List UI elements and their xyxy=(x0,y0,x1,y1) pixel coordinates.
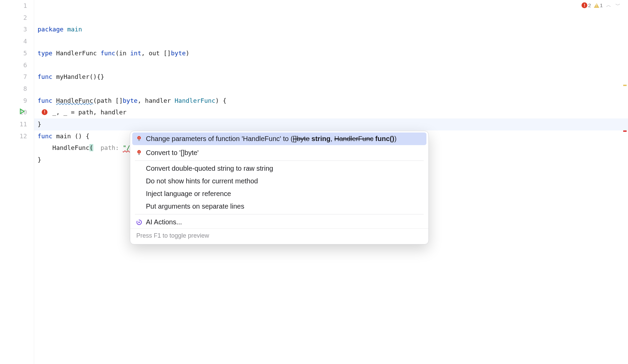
intention-item-change-params[interactable]: ! Change parameters of function 'HandleF… xyxy=(132,132,426,145)
builtin-type: byte xyxy=(123,97,137,104)
svg-text:!: ! xyxy=(139,136,140,140)
line-number: 4 xyxy=(0,36,27,47)
popup-separator xyxy=(135,214,424,214)
error-bulb-icon: ! xyxy=(136,136,142,142)
svg-rect-2 xyxy=(138,140,140,141)
code-text: (in xyxy=(115,50,130,57)
run-gutter-icon[interactable] xyxy=(19,107,25,118)
code-text: } xyxy=(38,156,41,163)
code-text: ) xyxy=(186,50,190,57)
intention-item-ai-actions[interactable]: AI Actions... xyxy=(130,216,428,228)
func-call: HandleFunc xyxy=(52,144,89,151)
svg-point-7 xyxy=(138,221,140,223)
line-number: 9 xyxy=(0,95,27,107)
line-number: 2 xyxy=(0,12,27,24)
line-number: 5 xyxy=(0,47,27,59)
code-text: (){} xyxy=(90,73,104,80)
error-bulb-icon: ! xyxy=(136,150,142,156)
error-stripe[interactable] xyxy=(624,0,627,364)
next-highlight-icon[interactable]: ﹀ xyxy=(615,2,621,9)
line-number: 11 xyxy=(0,118,27,130)
keyword: func xyxy=(38,132,52,140)
warning-count[interactable]: 1 xyxy=(594,2,603,8)
intention-item-convert-byte[interactable]: ! Convert to '[]byte' xyxy=(130,146,428,159)
line-number: 3 xyxy=(0,24,27,36)
code-text: _, _ = path, handler xyxy=(38,109,126,116)
keyword: func xyxy=(100,50,115,57)
func-name: main xyxy=(56,132,71,140)
keyword: func xyxy=(38,73,52,80)
type-ref: HandlerFunc xyxy=(175,97,215,104)
keyword: package xyxy=(38,26,64,33)
error-inline-icon[interactable]: ! xyxy=(42,106,47,117)
func-name: myHandler xyxy=(56,73,90,80)
type-name: HandlerFunc xyxy=(56,50,97,57)
code-text: ) { xyxy=(215,97,227,104)
line-number: 1 xyxy=(0,0,27,12)
line-number: 7 xyxy=(0,71,27,83)
intention-label: AI Actions... xyxy=(146,218,182,226)
warning-stripe-mark[interactable] xyxy=(623,85,627,86)
intention-popup: ! Change parameters of function 'HandleF… xyxy=(130,131,429,244)
code-text: , handler xyxy=(138,97,175,104)
svg-text:!: ! xyxy=(139,150,140,154)
keyword: func xyxy=(38,97,52,104)
func-name: HandleFunc xyxy=(56,97,93,104)
package-name: main xyxy=(67,26,82,33)
keyword: type xyxy=(38,50,52,57)
builtin-type: int xyxy=(130,50,141,57)
builtin-type: byte xyxy=(171,50,186,57)
intention-label: Inject language or reference xyxy=(146,190,231,198)
prev-highlight-icon[interactable]: ︿ xyxy=(605,2,612,9)
line-number: 8 xyxy=(0,83,27,95)
error-count-value: 2 xyxy=(588,2,591,8)
line-number: 6 xyxy=(0,59,27,71)
intention-label: Do not show hints for current method xyxy=(146,177,258,185)
error-count[interactable]: !2 xyxy=(582,2,591,8)
intention-label: Convert double-quoted string to raw stri… xyxy=(146,165,273,172)
code-text: , out [] xyxy=(141,50,171,57)
line-number: 12 xyxy=(0,130,27,142)
intention-item-hide-hints[interactable]: Do not show hints for current method xyxy=(130,175,428,187)
error-stripe-mark[interactable] xyxy=(623,130,627,132)
code-indent xyxy=(38,144,52,151)
intention-item-inject[interactable]: Inject language or reference xyxy=(130,187,428,200)
intention-item-split-args[interactable]: Put arguments on separate lines xyxy=(130,200,428,213)
code-text: () { xyxy=(71,132,90,140)
intention-label: Convert to '[]byte' xyxy=(146,149,199,157)
current-line-highlight xyxy=(34,118,628,130)
paren-highlight: ( xyxy=(90,144,93,151)
intention-label: Put arguments on separate lines xyxy=(146,202,244,210)
intention-label: Change parameters of function 'HandleFun… xyxy=(146,135,397,143)
popup-footer-hint: Press F1 to toggle preview xyxy=(130,228,428,244)
popup-separator xyxy=(135,160,424,161)
code-text: (path [] xyxy=(93,97,123,104)
svg-rect-5 xyxy=(138,154,140,155)
ai-icon xyxy=(136,219,142,225)
inlay-hint: path: xyxy=(93,144,123,151)
code-text: } xyxy=(38,121,41,128)
inspection-widget[interactable]: !2 1 ︿ ﹀ xyxy=(582,2,621,9)
intention-item-raw-string[interactable]: Convert double-quoted string to raw stri… xyxy=(130,162,428,175)
gutter: 1 2 3 4 5 6 7 8 9 10 11 12 xyxy=(0,0,34,364)
svg-marker-0 xyxy=(20,109,24,114)
warning-count-value: 1 xyxy=(600,2,603,8)
